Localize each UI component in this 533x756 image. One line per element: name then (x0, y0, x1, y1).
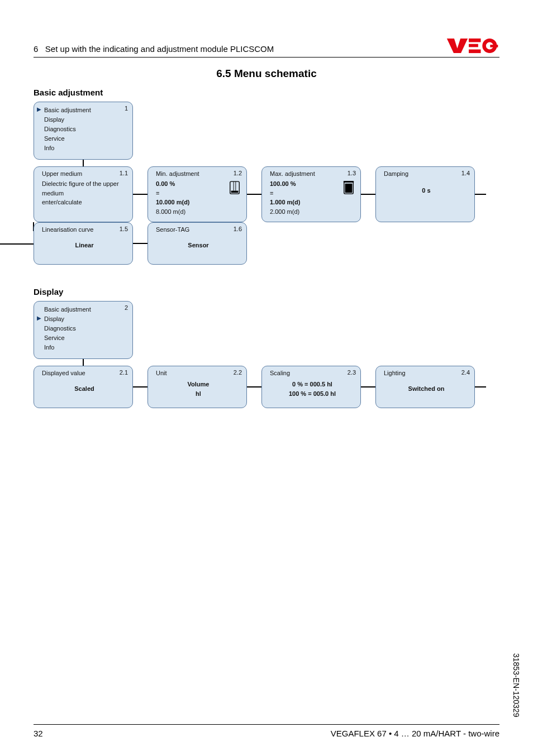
svg-rect-2 (469, 44, 478, 47)
row-basic-2: 1.5 Linearisation curve Linear 1.6 Senso… (34, 222, 499, 265)
box-title: Linearisation curve (42, 226, 127, 233)
box-number: 1.4 (461, 170, 470, 176)
box-value: Switched on (384, 385, 469, 392)
page-header: 6 Set up with the indicating and adjustm… (34, 38, 499, 58)
svg-rect-1 (469, 39, 480, 42)
text-line: 100 % = 005.0 hl (270, 389, 355, 399)
page-title: 6.5 Menu schematic (34, 68, 499, 80)
menu-item: Display (44, 115, 128, 125)
chapter-title: Set up with the indicating and adjustmen… (45, 44, 274, 54)
menu-item: Basic adjustment (44, 305, 128, 314)
box-number: 2.3 (348, 369, 356, 376)
svg-rect-3 (469, 50, 480, 54)
connector (475, 386, 486, 387)
box-title: Min. adjustment (156, 170, 241, 177)
chapter-line: 6 Set up with the indicating and adjustm… (34, 44, 274, 54)
svg-marker-0 (447, 39, 468, 53)
connector (133, 194, 147, 195)
box-number: 1.2 (234, 170, 242, 176)
box-body: Dielectric figure of the upper medium en… (42, 179, 127, 207)
box-lighting: 2.4 Lighting Switched on (375, 366, 475, 408)
row-basic-1: 1.1 Upper medium Dielectric figure of th… (34, 166, 499, 222)
text-line: Dielectric figure of the upper (42, 179, 127, 189)
box-number: 2.2 (234, 369, 242, 376)
box-upper-medium: 1.1 Upper medium Dielectric figure of th… (34, 166, 133, 222)
connector (133, 243, 147, 244)
text-line: 8.000 m(d) (156, 207, 241, 217)
text-line: 0 % = 000.5 hl (270, 380, 355, 389)
svg-rect-10 (345, 184, 353, 193)
box-value: Scaled (42, 385, 127, 392)
menu-box-display: 2 Basic adjustment ▶ Display Diagnostics… (34, 301, 133, 359)
box-title: Unit (156, 370, 241, 376)
menu-item: Info (44, 343, 128, 352)
menu-number: 2 (125, 304, 128, 311)
text-line: medium (42, 189, 127, 198)
menu-item: Basic adjustment (44, 106, 128, 115)
box-value: 0 s (384, 187, 469, 194)
box-number: 2.4 (461, 369, 470, 376)
text-line: 10.000 m(d) (156, 198, 241, 207)
text-line: Volume (156, 380, 241, 389)
box-number: 1.6 (234, 226, 242, 232)
row-display-1: 2.1 Displayed value Scaled 2.2 Unit Volu… (34, 366, 499, 408)
menu-box-basic: 1 ▶ Basic adjustment Display Diagnostics… (34, 102, 133, 160)
box-displayed-value: 2.1 Displayed value Scaled (34, 366, 133, 408)
svg-rect-6 (231, 191, 239, 193)
menu-item: Diagnostics (44, 324, 128, 333)
connector (475, 194, 486, 195)
menu-item: Info (44, 143, 128, 153)
box-number: 1.3 (348, 170, 356, 176)
tank-empty-icon (229, 180, 241, 196)
box-scaling: 2.3 Scaling 0 % = 000.5 hl 100 % = 005.0… (261, 366, 361, 408)
text-line: hl (156, 389, 241, 399)
tank-full-icon (342, 180, 355, 196)
text-line: enter/calculate (42, 198, 127, 207)
box-title: Lighting (384, 370, 469, 376)
menu-item: Display (44, 314, 128, 324)
page-number: 32 (34, 729, 43, 738)
menu-item: Diagnostics (44, 125, 128, 134)
section-display: Display 2 Basic adjustment ▶ Display Dia… (34, 287, 499, 408)
svg-rect-4 (490, 45, 498, 47)
box-title: Max. adjustment (270, 170, 355, 177)
box-title: Sensor-TAG (156, 226, 241, 233)
box-linearisation: 1.5 Linearisation curve Linear (34, 222, 133, 265)
box-title: Damping (384, 170, 469, 177)
menu-item: Service (44, 134, 128, 143)
text-line: 2.000 m(d) (270, 207, 355, 217)
box-title: Upper medium (42, 170, 127, 177)
box-sensor-tag: 1.6 Sensor-TAG Sensor (147, 222, 247, 265)
menu-number: 1 (125, 105, 128, 112)
box-number: 1.5 (120, 226, 128, 232)
connector (361, 386, 375, 387)
menu-item: Service (44, 333, 128, 343)
connector (133, 386, 147, 387)
box-number: 1.1 (120, 170, 128, 176)
svg-rect-11 (344, 181, 354, 183)
pointer-icon: ▶ (37, 106, 41, 112)
product-line: VEGAFLEX 67 • 4 … 20 mA/HART - two-wire (331, 729, 499, 738)
connector (247, 194, 261, 195)
box-value: Linear (42, 242, 127, 248)
pointer-icon: ▶ (37, 315, 41, 321)
box-max-adjustment: 1.3 Max. adjustment 100.00 % = 1.000 m(d… (261, 166, 361, 222)
box-damping: 1.4 Damping 0 s (375, 166, 475, 222)
box-body: 0 % = 000.5 hl 100 % = 005.0 hl (270, 380, 355, 398)
section-basic-adjustment: Basic adjustment 1 ▶ Basic adjustment Di… (34, 88, 499, 265)
document-code: 31853-EN-120329 (512, 653, 521, 717)
connector (247, 386, 261, 387)
box-title: Scaling (270, 370, 355, 376)
chapter-num: 6 (34, 44, 38, 54)
footer-rule (34, 724, 499, 725)
box-value: Sensor (156, 242, 241, 248)
box-unit: 2.2 Unit Volume hl (147, 366, 247, 408)
section-heading-basic: Basic adjustment (34, 88, 499, 97)
vega-logo (446, 38, 499, 54)
box-body: Volume hl (156, 380, 241, 398)
box-title: Displayed value (42, 370, 127, 376)
text-line: 1.000 m(d) (270, 198, 355, 207)
box-number: 2.1 (120, 369, 128, 376)
connector (361, 194, 375, 195)
box-min-adjustment: 1.2 Min. adjustment 0.00 % = 10.000 m(d)… (147, 166, 247, 222)
